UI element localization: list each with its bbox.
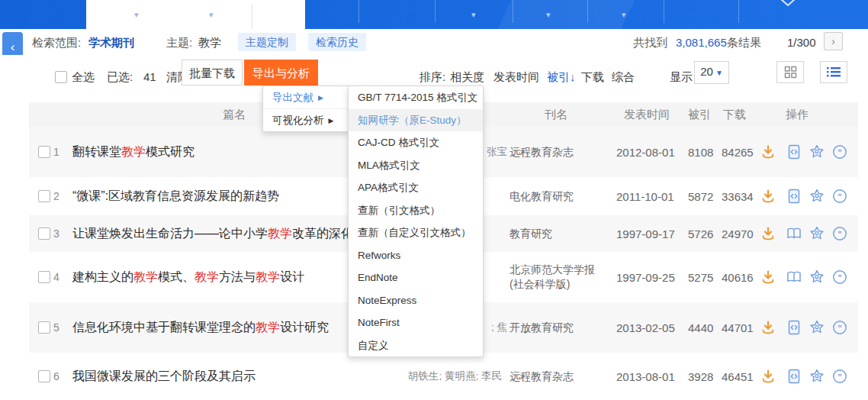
- result-title-link[interactable]: 翻转课堂教学模式研究: [72, 144, 194, 160]
- row-index: 6: [53, 370, 59, 382]
- journal-link[interactable]: 开放教育研究: [510, 321, 601, 335]
- submenu-item[interactable]: MLA格式引文: [349, 154, 483, 177]
- grid-icon: [784, 66, 797, 79]
- chevron-down-icon[interactable]: ▾: [134, 11, 139, 19]
- title-text: 让课堂焕发出生命活力——论中小学: [72, 227, 268, 240]
- journal-link[interactable]: 北京师范大学学报(社会科学版): [510, 263, 601, 292]
- quote-icon[interactable]: ”: [831, 368, 848, 385]
- scope-label: 检索范围:: [32, 36, 81, 50]
- sort-option-relevance[interactable]: 相关度: [450, 70, 484, 85]
- submenu-item[interactable]: GB/T 7714-2015 格式引文: [349, 86, 483, 109]
- row-checkbox[interactable]: [38, 271, 50, 283]
- search-history-chip[interactable]: 检索历史: [308, 33, 366, 51]
- submenu-item[interactable]: 查新（自定义引文格式）: [349, 221, 483, 244]
- result-count: 3,081,665: [676, 36, 727, 49]
- highlighted-keyword: 教学: [133, 270, 158, 283]
- html-read-icon[interactable]: [786, 319, 802, 336]
- highlighted-keyword: 教学: [256, 270, 280, 283]
- publish-date: 2011-10-01: [616, 190, 674, 203]
- row-checkbox[interactable]: [38, 321, 50, 334]
- row-checkbox[interactable]: [38, 190, 50, 202]
- next-page-button[interactable]: ›: [824, 32, 843, 50]
- quote-icon[interactable]: ”: [831, 225, 848, 242]
- chevron-down-icon[interactable]: ▾: [622, 11, 626, 19]
- row-checkbox[interactable]: [38, 146, 50, 158]
- result-count-prefix: 共找到: [633, 36, 667, 50]
- result-title-link[interactable]: 我国微课发展的三个阶段及其启示: [72, 369, 256, 385]
- download-icon[interactable]: [760, 269, 776, 285]
- menu-item-visual-analysis[interactable]: 可视化分析▶: [263, 108, 349, 131]
- export-analyze-button[interactable]: 导出与分析▼: [244, 60, 318, 85]
- book-read-icon[interactable]: [786, 269, 802, 285]
- quote-icon[interactable]: ”: [831, 269, 848, 285]
- favorite-icon[interactable]: [809, 269, 825, 285]
- batch-download-button[interactable]: 批量下载: [182, 60, 243, 85]
- submenu-item[interactable]: 查新（引文格式）: [349, 199, 483, 222]
- cited-count: 4440: [688, 321, 713, 334]
- title-text: 我国微课发展的三个阶段及其启示: [72, 369, 256, 382]
- submenu-item[interactable]: NoteExpress: [349, 289, 483, 312]
- download-icon[interactable]: [760, 225, 776, 242]
- sort-option-downloads[interactable]: 下载: [581, 70, 604, 85]
- page-size-select[interactable]: 20▼: [694, 61, 729, 84]
- result-title-link[interactable]: “微课”:区域教育信息资源发展的新趋势: [72, 189, 279, 205]
- journal-link[interactable]: 远程教育杂志: [510, 145, 601, 160]
- favorite-icon[interactable]: [809, 319, 825, 336]
- html-read-icon[interactable]: [786, 144, 802, 160]
- select-all-checkbox[interactable]: [55, 71, 67, 83]
- sort-option-date[interactable]: 发表时间: [493, 70, 539, 85]
- download-icon[interactable]: [760, 144, 776, 160]
- favorite-icon[interactable]: [809, 144, 825, 160]
- html-read-icon[interactable]: [786, 368, 802, 385]
- grid-view-button[interactable]: [776, 61, 804, 83]
- author-link[interactable]: 胡铁生; 黄明燕; 李民: [408, 369, 507, 383]
- submenu-item[interactable]: CAJ-CD 格式引文: [349, 131, 483, 154]
- journal-link[interactable]: 远程教育杂志: [510, 369, 601, 384]
- publish-date: 2013-08-01: [616, 370, 675, 383]
- topic-custom-chip[interactable]: 主题定制: [238, 33, 296, 51]
- header-downloads: 下载: [723, 108, 746, 122]
- download-icon[interactable]: [760, 368, 776, 385]
- header-date: 发表时间: [624, 108, 670, 122]
- submenu-item[interactable]: NoteFirst: [349, 311, 483, 334]
- quote-icon[interactable]: ”: [831, 319, 848, 336]
- quote-icon[interactable]: ”: [831, 188, 848, 205]
- result-title-link[interactable]: 信息化环境中基于翻转课堂理念的教学设计研究: [72, 320, 329, 336]
- submenu-item[interactable]: Refworks: [349, 244, 483, 267]
- chevron-down-icon[interactable]: ▾: [209, 11, 214, 19]
- row-checkbox[interactable]: [38, 227, 50, 240]
- download-count: 24970: [722, 227, 754, 240]
- favorite-icon[interactable]: [809, 188, 825, 205]
- favorite-icon[interactable]: [809, 225, 825, 242]
- chevron-down-icon[interactable]: ▾: [546, 11, 551, 19]
- active-tab[interactable]: [86, 0, 305, 29]
- submenu-item[interactable]: EndNote: [349, 266, 483, 289]
- chevron-down-icon[interactable]: [780, 0, 796, 8]
- result-title-link[interactable]: 建构主义的教学模式、教学方法与教学设计: [72, 269, 304, 285]
- journal-link[interactable]: 教育研究: [510, 227, 601, 241]
- chevron-down-icon[interactable]: ▾: [471, 11, 476, 19]
- download-icon[interactable]: [760, 319, 776, 336]
- menu-item-export-literature[interactable]: 导出文献▶: [263, 86, 349, 108]
- html-read-icon[interactable]: [786, 188, 802, 205]
- scope-value[interactable]: 学术期刊: [88, 36, 134, 50]
- filter-bar: ‹ 检索范围: 学术期刊 主题: 教学 主题定制 检索历史 共找到 3,081,…: [0, 29, 868, 56]
- publish-date: 2012-08-01: [616, 146, 675, 159]
- download-count: 33634: [722, 190, 754, 203]
- favorite-icon[interactable]: [809, 368, 825, 385]
- sort-option-overall[interactable]: 综合: [612, 70, 635, 85]
- select-all-label[interactable]: 全选: [72, 70, 95, 85]
- download-icon[interactable]: [760, 188, 776, 205]
- sort-option-cited[interactable]: 被引↓: [547, 70, 576, 85]
- result-title-link[interactable]: 让课堂焕发出生命活力——论中小学教学改革的深化: [72, 226, 353, 242]
- book-read-icon[interactable]: [786, 225, 802, 242]
- row-checkbox[interactable]: [38, 370, 50, 382]
- submenu-item[interactable]: 自定义: [349, 334, 483, 357]
- journal-link[interactable]: 电化教育研究: [510, 189, 601, 204]
- quote-icon[interactable]: ”: [831, 144, 848, 160]
- publish-date: 2013-02-05: [616, 321, 675, 334]
- title-text: 翻转课堂: [72, 145, 121, 158]
- list-view-button[interactable]: [820, 61, 847, 83]
- submenu-item[interactable]: APA格式引文: [349, 176, 483, 199]
- submenu-item[interactable]: 知网研学（原E-Study）: [349, 109, 483, 132]
